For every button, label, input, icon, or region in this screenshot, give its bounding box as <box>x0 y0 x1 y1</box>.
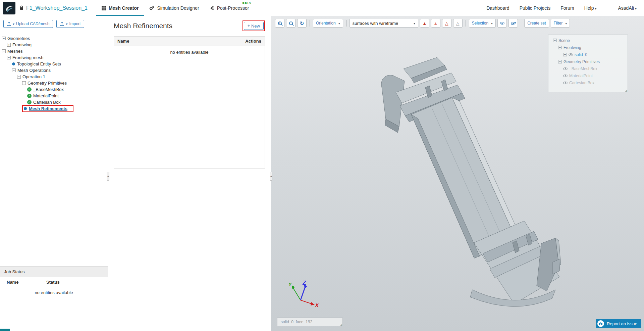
show-entities-button[interactable] <box>497 19 507 28</box>
tree-item-topological-entity-sets[interactable]: Topological Entity Sets <box>0 61 108 67</box>
tab-simulation-designer[interactable]: Simulation Designer <box>144 0 204 16</box>
tree-item-cartesian-box[interactable]: Cartesian Box <box>551 79 625 86</box>
chevron-down-icon: ▾ <box>635 7 637 10</box>
tree-item-label[interactable]: Cartesian Box <box>569 81 594 85</box>
nav-forum[interactable]: Forum <box>560 5 574 11</box>
collapse-icon[interactable]: − <box>2 37 6 40</box>
tree-item-mesh-refinements[interactable]: Mesh Refinements <box>0 105 108 112</box>
import-button[interactable]: ▾ Import <box>56 20 84 28</box>
mesh-quality-shaded-button[interactable]: ▲ <box>431 19 440 28</box>
import-button-label: Import <box>69 21 80 26</box>
create-set-button[interactable]: Create set <box>524 19 549 28</box>
tree-item-inner: +solid_0 <box>563 52 587 57</box>
visibility-eye-icon[interactable] <box>563 75 568 77</box>
tree-item-label[interactable]: Scene <box>558 38 570 43</box>
panel-resize-handle[interactable]: ◂ <box>270 172 272 181</box>
user-menu[interactable]: AsadAli▾ <box>618 5 637 11</box>
tree-item-label[interactable]: MaterialPoint <box>33 93 59 98</box>
zoom-window-button[interactable]: + <box>275 19 284 28</box>
tree-item-solid-0[interactable]: +solid_0 <box>551 51 625 58</box>
tree-item-materialpoint[interactable]: ✓MaterialPoint <box>0 93 108 99</box>
tab-post-processor[interactable]: BETA Post-Processor <box>205 0 255 16</box>
tree-item-frontwing[interactable]: −Frontwing <box>551 44 625 51</box>
tree-item-inner: +Frontwing <box>7 42 32 47</box>
tree-item-label[interactable]: _BaseMeshBox <box>569 66 597 71</box>
resize-corner-icon[interactable]: ◢ <box>625 89 627 92</box>
visibility-eye-icon[interactable] <box>563 67 568 70</box>
tree-item-inner: −Geometries <box>2 36 30 41</box>
tree-item-frontwing-mesh[interactable]: −Frontwing mesh <box>0 54 108 61</box>
collapse-icon[interactable]: − <box>553 39 557 42</box>
refresh-icon: ↻ <box>300 21 304 26</box>
collapse-icon[interactable]: − <box>7 56 11 59</box>
tree-item-label[interactable]: Frontwing mesh <box>12 55 43 60</box>
mesh-quality-outline-red-button[interactable]: △ <box>442 19 451 28</box>
tree-item-frontwing[interactable]: +Frontwing <box>0 42 108 48</box>
collapse-icon[interactable]: − <box>558 46 562 49</box>
tree-item-label[interactable]: Geometries <box>7 36 30 41</box>
tree-item-label[interactable]: solid_0 <box>575 52 587 57</box>
mesh-quality-outline-button[interactable]: △ <box>453 19 463 28</box>
tree-item-label[interactable]: Operation 1 <box>22 74 45 79</box>
zoom-fit-button[interactable] <box>286 19 296 28</box>
refinements-table-header: Name Actions <box>114 37 265 46</box>
tree-item-operation-1[interactable]: −Operation 1 <box>0 74 108 80</box>
tab-mesh-creator[interactable]: Mesh Creator <box>96 0 144 16</box>
tree-item-mesh-operations[interactable]: −Mesh Operations <box>0 67 108 74</box>
tree-item-label[interactable]: Topological Entity Sets <box>17 61 61 66</box>
render-mode-select[interactable]: surfaces with wireframe▾ <box>350 19 418 28</box>
tree-item-scene[interactable]: −Scene <box>551 37 625 44</box>
tree-item-label[interactable]: _BaseMeshBox <box>33 87 64 92</box>
visibility-eye-icon[interactable] <box>563 82 568 84</box>
name-column-header: Name <box>117 39 129 44</box>
tree-item-label[interactable]: MaterialPoint <box>569 74 593 78</box>
check-icon: ✓ <box>27 100 32 104</box>
visibility-eye-icon[interactable] <box>569 53 573 56</box>
tree-item-geometries[interactable]: −Geometries <box>0 35 108 42</box>
collapse-icon[interactable]: − <box>22 81 26 85</box>
collapse-icon[interactable]: − <box>17 75 21 79</box>
new-refinement-button[interactable]: +New <box>244 22 264 30</box>
orientation-dropdown[interactable]: Orientation▾ <box>313 19 343 28</box>
hide-entities-button[interactable] <box>508 19 518 28</box>
tree-item-inner: ✓_BaseMeshBox <box>27 87 64 92</box>
tree-item-label[interactable]: Mesh Operations <box>17 68 51 73</box>
front-wing-model[interactable] <box>372 55 563 313</box>
tree-item-label[interactable]: Frontwing <box>12 42 32 47</box>
nav-dashboard[interactable]: Dashboard <box>486 5 509 11</box>
tree-item--basemeshbox[interactable]: ✓_BaseMeshBox <box>0 86 108 93</box>
chevron-down-icon: ▾ <box>595 7 596 10</box>
tree-item-meshes[interactable]: −Meshes <box>0 48 108 54</box>
job-status-name-column: Name <box>7 280 46 285</box>
tree-item--basemeshbox[interactable]: _BaseMeshBox <box>551 65 625 72</box>
mesh-quality-filled-button[interactable]: ▲ <box>420 19 429 28</box>
filter-dropdown[interactable]: Filter▾ <box>551 19 570 28</box>
tree-item-cartesian-box[interactable]: ✓Cartesian Box <box>0 99 108 105</box>
tree-item-label[interactable]: Cartesian Box <box>33 100 61 105</box>
upload-cad-mesh-button[interactable]: ▾ Upload CAD/mesh <box>3 20 53 28</box>
tree-item-geometry-primitives[interactable]: −Geometry Primitives <box>0 80 108 86</box>
app-logo[interactable] <box>3 2 15 14</box>
tree-item-label[interactable]: Geometry Primitives <box>564 59 600 64</box>
3d-viewport[interactable]: + ↻ Orientation▾ surfaces with wireframe… <box>271 16 644 331</box>
collapse-icon[interactable]: − <box>12 68 16 72</box>
selection-dropdown[interactable]: Selection▾ <box>469 19 496 28</box>
collapse-icon[interactable]: − <box>558 60 562 63</box>
tree-item-label[interactable]: Frontwing <box>564 45 581 50</box>
report-issue-button[interactable]: Report an issue <box>596 319 641 328</box>
expand-icon[interactable]: + <box>7 43 11 47</box>
tree-item-materialpoint[interactable]: MaterialPoint <box>551 72 625 79</box>
sidebar-resize-handle[interactable]: ◂ <box>107 172 109 181</box>
expand-icon[interactable]: + <box>563 53 567 56</box>
actions-column-header: Actions <box>245 39 261 44</box>
tree-item-geometry-primitives[interactable]: −Geometry Primitives <box>551 58 625 65</box>
tree-item-label[interactable]: Mesh Refinements <box>29 106 67 111</box>
nav-public-projects[interactable]: Public Projects <box>520 5 551 11</box>
reset-view-button[interactable]: ↻ <box>297 19 307 28</box>
nav-help-menu[interactable]: Help▾ <box>584 5 597 11</box>
beta-badge: BETA <box>243 1 251 4</box>
tree-item-label[interactable]: Geometry Primitives <box>28 81 67 86</box>
collapse-icon[interactable]: − <box>2 49 6 53</box>
tree-item-label[interactable]: Meshes <box>7 49 23 54</box>
triangle-shaded-icon: ▲ <box>433 21 438 26</box>
